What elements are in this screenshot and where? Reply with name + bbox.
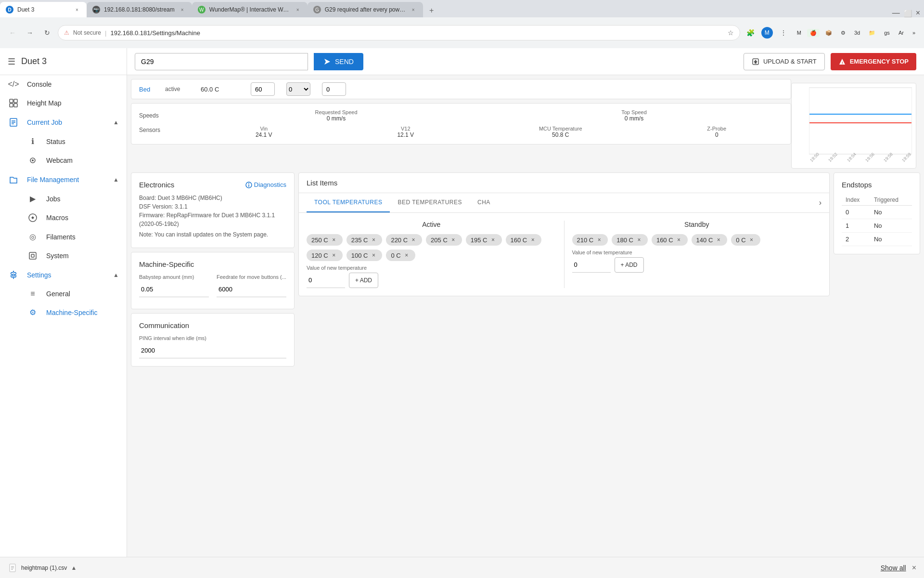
sidebar-item-system[interactable]: System bbox=[0, 246, 127, 265]
endstops-row-2: 2 No bbox=[842, 233, 912, 246]
extensions-button[interactable]: 🧩 bbox=[744, 26, 757, 39]
tab-cha[interactable]: CHA bbox=[470, 193, 498, 212]
standby-temp-210: 210 C × bbox=[572, 234, 608, 246]
back-button[interactable]: ← bbox=[6, 26, 19, 39]
standby-new-temp-input[interactable] bbox=[572, 257, 611, 273]
sidebar-item-heightmap[interactable]: Height Map bbox=[0, 93, 127, 113]
active-add-button[interactable]: + ADD bbox=[349, 273, 378, 288]
remove-active-120[interactable]: × bbox=[330, 251, 338, 259]
bookmark-more[interactable]: » bbox=[910, 29, 918, 37]
sidebar-item-general[interactable]: ≡ General bbox=[0, 285, 127, 303]
emergency-stop-button[interactable]: ! EMERGENCY STOP bbox=[831, 53, 916, 70]
gcode-input[interactable] bbox=[135, 53, 308, 70]
refresh-button[interactable]: ↻ bbox=[40, 26, 54, 39]
maximize-button[interactable]: ⬜ bbox=[904, 10, 912, 17]
remove-active-220[interactable]: × bbox=[410, 236, 417, 244]
tab-bed-temperatures[interactable]: BED TEMPERATURES bbox=[390, 193, 470, 212]
endstops-thead: Index Triggered bbox=[842, 195, 912, 206]
sidebar-item-settings[interactable]: Settings ▲ bbox=[0, 265, 127, 285]
sidebar-label-jobs: Jobs bbox=[46, 195, 61, 203]
send-button[interactable]: SEND bbox=[314, 53, 363, 70]
sidebar-item-macros[interactable]: Macros bbox=[0, 208, 127, 227]
remove-active-205[interactable]: × bbox=[449, 236, 457, 244]
bookmark-1[interactable]: 🍎 bbox=[807, 29, 820, 37]
bed-input-1[interactable] bbox=[251, 82, 275, 96]
new-tab-button[interactable]: + bbox=[425, 4, 438, 17]
bookmark-star-icon[interactable]: ☆ bbox=[728, 29, 734, 37]
bookmark-files[interactable]: 📁 bbox=[866, 29, 878, 37]
remove-active-0[interactable]: × bbox=[403, 251, 411, 259]
feedrate-input[interactable] bbox=[217, 282, 286, 297]
bookmark-gs[interactable]: gs bbox=[881, 29, 893, 37]
chart-x-labels: 19:50 19:52 19:54 19:56 19:58 19:59 bbox=[809, 159, 912, 164]
bed-input-2[interactable] bbox=[322, 82, 346, 96]
sidebar-label-macros: Macros bbox=[46, 214, 68, 222]
active-new-temp-input[interactable] bbox=[307, 273, 345, 288]
sidebar-item-console[interactable]: </> Console bbox=[0, 75, 127, 93]
remove-active-235[interactable]: × bbox=[370, 236, 377, 244]
requested-speed-col: Requested Speed 0 mm/s bbox=[187, 109, 485, 122]
machine-specific-title: Machine-Specific bbox=[139, 260, 286, 268]
bookmark-3d[interactable]: 3d bbox=[851, 29, 863, 37]
bed-select[interactable]: 0 bbox=[286, 82, 310, 96]
tabs-next-arrow[interactable]: › bbox=[819, 198, 821, 207]
address-bar[interactable]: ⚠ Not secure | 192.168.0.181/Settings/Ma… bbox=[58, 25, 740, 40]
tab-close-1[interactable]: × bbox=[73, 6, 81, 13]
menu-button[interactable]: ⋮ bbox=[777, 26, 790, 39]
bookmark-3[interactable]: ⚙ bbox=[838, 29, 848, 37]
file-management-collapse-icon[interactable]: ▲ bbox=[113, 176, 119, 183]
tab-close-2[interactable]: × bbox=[179, 6, 186, 13]
app-container: ☰ Duet 3 </> Console Height Map bbox=[0, 48, 924, 578]
tab-duet3[interactable]: D Duet 3 × bbox=[0, 2, 87, 17]
remove-active-160[interactable]: × bbox=[529, 236, 537, 244]
sidebar-item-webcam[interactable]: Webcam bbox=[0, 151, 127, 170]
settings-collapse-icon[interactable]: ▲ bbox=[113, 272, 119, 278]
remove-standby-180[interactable]: × bbox=[635, 236, 643, 244]
diagnostics-link[interactable]: Diagnostics bbox=[245, 181, 286, 188]
babystep-input[interactable] bbox=[139, 282, 209, 297]
close-window-button[interactable]: × bbox=[916, 9, 920, 17]
tab-stream[interactable]: 📷 192.168.0.181:8080/stream × bbox=[87, 2, 192, 17]
sidebar-item-current-job[interactable]: Current Job ▲ bbox=[0, 113, 127, 132]
show-all-link[interactable]: Show all bbox=[881, 564, 906, 572]
bookmark-ar[interactable]: Ar bbox=[896, 29, 907, 37]
standby-add-button[interactable]: + ADD bbox=[615, 257, 644, 273]
remove-active-195[interactable]: × bbox=[489, 236, 497, 244]
tab-close-3[interactable]: × bbox=[294, 6, 302, 13]
remove-standby-160[interactable]: × bbox=[675, 236, 683, 244]
bookmark-2[interactable]: 📦 bbox=[822, 29, 835, 37]
browser-controls: ← → ↻ ⚠ Not secure | 192.168.0.181/Setti… bbox=[0, 17, 924, 48]
minimize-button[interactable]: — bbox=[892, 9, 900, 17]
sidebar-item-status[interactable]: ℹ Status bbox=[0, 132, 127, 151]
current-job-collapse-icon[interactable]: ▲ bbox=[113, 119, 119, 126]
ping-input[interactable] bbox=[139, 343, 286, 358]
remove-standby-140[interactable]: × bbox=[715, 236, 722, 244]
tab-title-2: 192.168.0.181:8080/stream bbox=[104, 6, 175, 13]
remove-standby-210[interactable]: × bbox=[595, 236, 603, 244]
tab-wundermap[interactable]: W WunderMap® | Interactive Wea... × bbox=[192, 2, 308, 17]
sensors-row: Sensors Vin 24.1 V V12 12.1 V bbox=[139, 126, 783, 138]
svg-marker-16 bbox=[754, 60, 757, 64]
remove-active-100[interactable]: × bbox=[370, 251, 377, 259]
system-icon bbox=[27, 251, 38, 261]
hamburger-menu-icon[interactable]: ☰ bbox=[8, 56, 15, 67]
standby-temps-col: Standby 210 C × 180 C × bbox=[572, 221, 822, 288]
tab-tool-temperatures[interactable]: TOOL TEMPERATURES bbox=[307, 193, 390, 212]
endstops-triggered-2: No bbox=[870, 233, 912, 246]
forward-button[interactable]: → bbox=[23, 26, 37, 39]
sidebar-item-jobs[interactable]: ▶ Jobs bbox=[0, 189, 127, 208]
remove-standby-0[interactable]: × bbox=[748, 236, 756, 244]
board-info: Board: Duet 3 MB6HC (MB6HC) bbox=[139, 195, 286, 201]
sidebar-item-machine-specific[interactable]: ⚙ Machine-Specific bbox=[0, 303, 127, 322]
remove-active-250[interactable]: × bbox=[330, 236, 338, 244]
tab-g29[interactable]: G G29 required after every power c... × bbox=[308, 2, 423, 17]
upload-button[interactable]: UPLOAD & START bbox=[744, 53, 825, 70]
tab-close-4[interactable]: × bbox=[410, 6, 417, 13]
sidebar-item-filaments[interactable]: ◎ Filaments bbox=[0, 227, 127, 246]
bookmark-m[interactable]: M bbox=[794, 29, 804, 37]
status-close-icon[interactable]: × bbox=[912, 564, 916, 572]
bed-row: Bed active 60.0 C 0 bbox=[131, 79, 791, 99]
sidebar-item-file-management[interactable]: File Management ▲ bbox=[0, 170, 127, 189]
profile-button[interactable]: M bbox=[761, 27, 773, 39]
machine-specific-card: Machine-Specific Babystep amount (mm) Fe… bbox=[131, 252, 295, 309]
